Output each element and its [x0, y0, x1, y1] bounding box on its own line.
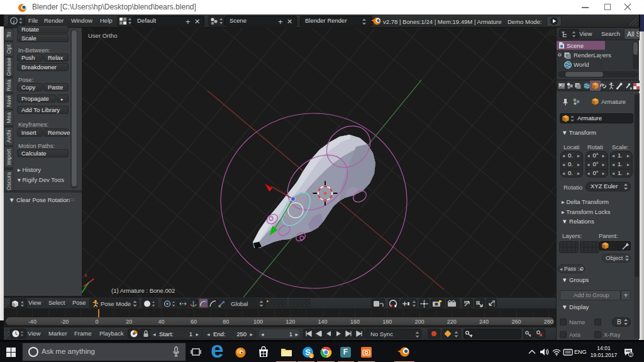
svg-text:Import: Import — [6, 149, 12, 165]
svg-text:Oscura: Oscura — [6, 172, 12, 190]
svg-text:2: 2 — [310, 354, 313, 358]
svg-text:7: 7 — [630, 353, 632, 357]
svg-text:To: To — [6, 31, 12, 38]
svg-text:Archi: Archi — [6, 130, 12, 143]
svg-text:x: x — [84, 272, 87, 278]
svg-text:i: i — [13, 18, 15, 25]
svg-text:Navi: Navi — [6, 96, 12, 107]
svg-text:Grease: Grease — [6, 57, 12, 76]
svg-text:Opt: Opt — [6, 44, 12, 54]
svg-text:Mea: Mea — [6, 112, 12, 123]
svg-text:Rela: Rela — [6, 79, 12, 91]
